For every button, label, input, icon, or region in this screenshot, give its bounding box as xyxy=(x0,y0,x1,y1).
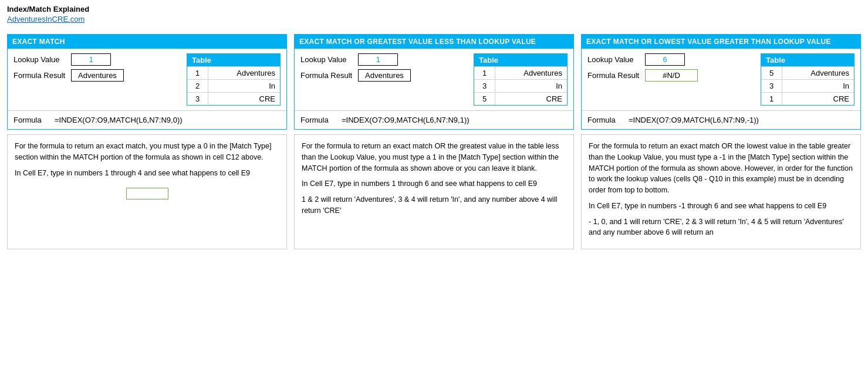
panel-header-lowest-greater: EXACT MATCH OR LOWEST VALUE GREATER THAN… xyxy=(582,35,860,49)
description-box-exact-match: For the formula to return an exact match… xyxy=(7,134,287,249)
lookup-row-lowest-greater: Lookup Value6 xyxy=(587,53,754,66)
formula-label-exact-match: Formula xyxy=(13,116,55,124)
table-num-cell: 1 xyxy=(761,93,782,105)
page-title: Index/Match Explained xyxy=(7,5,861,13)
panel-top-lowest-greater: EXACT MATCH OR LOWEST VALUE GREATER THAN… xyxy=(581,34,861,130)
formula-text-greatest-less: =INDEX(O7:O9,MATCH(L6,N7:N9,1)) xyxy=(342,116,470,124)
lookup-label-lowest-greater: Lookup Value xyxy=(587,55,640,64)
table-header-greatest-less: Table xyxy=(474,54,567,66)
table-num-cell: 1 xyxy=(474,67,495,79)
description-paragraph: For the formula to return an exact match… xyxy=(302,141,566,174)
panel-body-exact-match: Lookup Value1Formula ResultAdventuresTab… xyxy=(8,49,286,110)
table-row: 1CRE xyxy=(761,92,854,105)
panel-lowest-greater: EXACT MATCH OR LOWEST VALUE GREATER THAN… xyxy=(581,34,861,249)
table-row: 3In xyxy=(474,79,567,92)
panel-body-greatest-less: Lookup Value1Formula ResultAdventuresTab… xyxy=(295,49,573,110)
table-block-greatest-less: Table1Adventures3In5CRE xyxy=(474,53,568,106)
left-col-greatest-less: Lookup Value1Formula ResultAdventures xyxy=(300,53,467,85)
result-row-exact-match: Formula ResultAdventures xyxy=(13,69,180,82)
table-row: 1Adventures xyxy=(474,66,567,79)
result-label-lowest-greater: Formula Result xyxy=(587,71,640,80)
table-num-cell: 5 xyxy=(474,93,495,105)
description-paragraph: In Cell E7, type in numbers 1 through 4 … xyxy=(15,168,279,179)
table-row: 3CRE xyxy=(187,92,280,105)
result-row-greatest-less: Formula ResultAdventures xyxy=(300,69,467,82)
left-col-exact-match: Lookup Value1Formula ResultAdventures xyxy=(13,53,180,85)
description-paragraph: For the formula to return an exact match… xyxy=(589,141,853,196)
result-box-exact-match: Adventures xyxy=(71,69,124,82)
page-header: Index/Match Explained AdventuresInCRE.co… xyxy=(7,5,861,29)
table-header-lowest-greater: Table xyxy=(761,54,854,66)
description-paragraph: For the formula to return an exact match… xyxy=(15,141,279,163)
description-paragraph: 1 & 2 will return 'Adventures', 3 & 4 wi… xyxy=(302,194,566,216)
table-val-cell: Adventures xyxy=(782,67,854,79)
right-col-lowest-greater: Table5Adventures3In1CRE xyxy=(761,53,855,106)
description-box-lowest-greater: For the formula to return an exact match… xyxy=(581,134,861,249)
table-val-cell: In xyxy=(782,80,854,92)
lookup-input-lowest-greater[interactable]: 6 xyxy=(645,53,685,66)
panels-container: EXACT MATCHLookup Value1Formula ResultAd… xyxy=(7,34,861,249)
lookup-row-exact-match: Lookup Value1 xyxy=(13,53,180,66)
table-block-lowest-greater: Table5Adventures3In1CRE xyxy=(761,53,855,106)
empty-cell-exact-match[interactable] xyxy=(126,188,168,199)
left-col-lowest-greater: Lookup Value6Formula Result#N/D xyxy=(587,53,754,85)
panel-columns-exact-match: Lookup Value1Formula ResultAdventuresTab… xyxy=(13,53,281,106)
formula-row-exact-match: Formula=INDEX(O7:O9,MATCH(L6,N7:N9,0)) xyxy=(8,110,286,129)
table-val-cell: In xyxy=(495,80,567,92)
table-num-cell: 2 xyxy=(187,80,208,92)
right-col-greatest-less: Table1Adventures3In5CRE xyxy=(474,53,568,106)
result-box-greatest-less: Adventures xyxy=(358,69,411,82)
table-val-cell: CRE xyxy=(782,93,854,105)
table-num-cell: 3 xyxy=(187,93,208,105)
panel-columns-lowest-greater: Lookup Value6Formula Result#N/DTable5Adv… xyxy=(587,53,855,106)
lookup-input-greatest-less[interactable]: 1 xyxy=(358,53,398,66)
right-col-exact-match: Table1Adventures2In3CRE xyxy=(187,53,281,106)
lookup-label-exact-match: Lookup Value xyxy=(13,55,66,64)
table-header-exact-match: Table xyxy=(187,54,280,66)
panel-header-exact-match: EXACT MATCH xyxy=(8,35,286,49)
result-label-exact-match: Formula Result xyxy=(13,71,66,80)
result-label-greatest-less: Formula Result xyxy=(300,71,353,80)
formula-label-greatest-less: Formula xyxy=(300,116,342,124)
result-box-lowest-greater: #N/D xyxy=(645,69,698,82)
panel-body-lowest-greater: Lookup Value6Formula Result#N/DTable5Adv… xyxy=(582,49,860,110)
lookup-label-greatest-less: Lookup Value xyxy=(300,55,353,64)
table-num-cell: 5 xyxy=(761,67,782,79)
panel-greatest-less: EXACT MATCH OR GREATEST VALUE LESS THAN … xyxy=(294,34,574,249)
description-paragraph: In Cell E7, type in numbers 1 through 6 … xyxy=(302,178,566,189)
table-row: 5Adventures xyxy=(761,66,854,79)
panel-exact-match: EXACT MATCHLookup Value1Formula ResultAd… xyxy=(7,34,287,249)
description-box-greatest-less: For the formula to return an exact match… xyxy=(294,134,574,249)
table-val-cell: In xyxy=(208,80,280,92)
formula-text-exact-match: =INDEX(O7:O9,MATCH(L6,N7:N9,0)) xyxy=(55,116,183,124)
table-num-cell: 3 xyxy=(474,80,495,92)
table-row: 1Adventures xyxy=(187,66,280,79)
table-val-cell: Adventures xyxy=(208,67,280,79)
description-paragraph: In Cell E7, type in numbers -1 through 6… xyxy=(589,201,853,212)
table-val-cell: Adventures xyxy=(495,67,567,79)
table-num-cell: 1 xyxy=(187,67,208,79)
panel-columns-greatest-less: Lookup Value1Formula ResultAdventuresTab… xyxy=(300,53,568,106)
lookup-input-exact-match[interactable]: 1 xyxy=(71,53,111,66)
table-val-cell: CRE xyxy=(208,93,280,105)
panel-top-greatest-less: EXACT MATCH OR GREATEST VALUE LESS THAN … xyxy=(294,34,574,130)
header-link[interactable]: AdventuresInCRE.com xyxy=(7,15,85,23)
panel-header-greatest-less: EXACT MATCH OR GREATEST VALUE LESS THAN … xyxy=(295,35,573,49)
formula-text-lowest-greater: =INDEX(O7:O9,MATCH(L6,N7:N9,-1)) xyxy=(629,116,759,124)
table-block-exact-match: Table1Adventures2In3CRE xyxy=(187,53,281,106)
table-val-cell: CRE xyxy=(495,93,567,105)
formula-label-lowest-greater: Formula xyxy=(587,116,629,124)
lookup-row-greatest-less: Lookup Value1 xyxy=(300,53,467,66)
table-row: 3In xyxy=(761,79,854,92)
table-row: 5CRE xyxy=(474,92,567,105)
formula-row-lowest-greater: Formula=INDEX(O7:O9,MATCH(L6,N7:N9,-1)) xyxy=(582,110,860,129)
panel-top-exact-match: EXACT MATCHLookup Value1Formula ResultAd… xyxy=(7,34,287,130)
table-row: 2In xyxy=(187,79,280,92)
table-num-cell: 3 xyxy=(761,80,782,92)
description-paragraph: - 1, 0, and 1 will return 'CRE', 2 & 3 w… xyxy=(589,216,853,239)
formula-row-greatest-less: Formula=INDEX(O7:O9,MATCH(L6,N7:N9,1)) xyxy=(295,110,573,129)
result-row-lowest-greater: Formula Result#N/D xyxy=(587,69,754,82)
